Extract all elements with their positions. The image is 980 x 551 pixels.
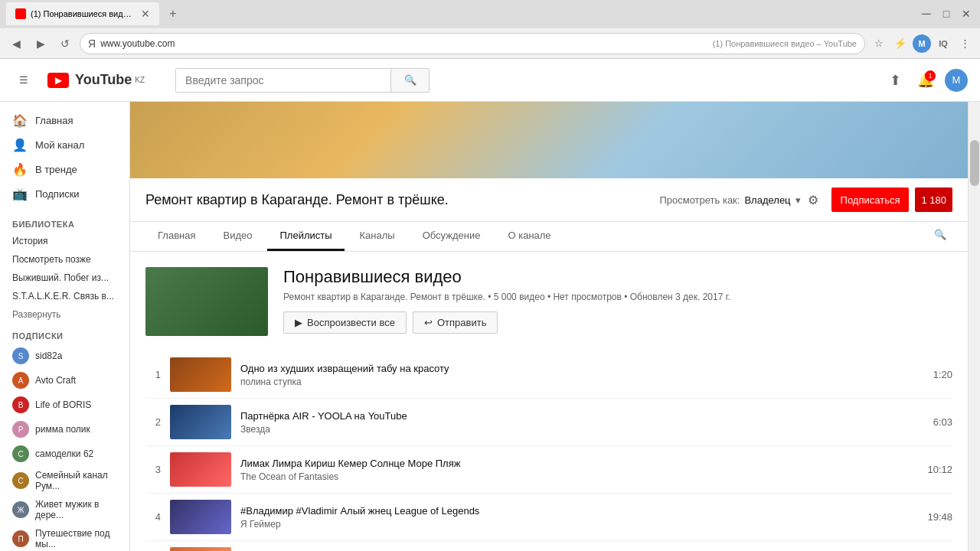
tab-discussion[interactable]: Обсуждение	[410, 222, 493, 251]
browser-actions: ☆ ⚡ М IQ ⋮	[870, 34, 974, 53]
tab-home[interactable]: Главная	[145, 222, 207, 251]
sidebar-item-subscriptions[interactable]: 📺 Подписки	[0, 181, 129, 206]
iq-button[interactable]: IQ	[934, 34, 952, 53]
url-text: www.youtube.com	[100, 38, 705, 49]
video-number: 1	[145, 369, 161, 380]
sidebar-playlist-2-label: S.T.A.L.K.E.R. Связь в...	[12, 291, 114, 302]
close-button[interactable]: ✕	[959, 6, 974, 21]
sidebar-sub-samod[interactable]: С самоделки 62	[0, 442, 129, 466]
sidebar-sub-semey[interactable]: С Семейный канал Рум...	[0, 466, 129, 495]
table-row[interactable]: 5 ЛЕГО СИТИ ИГРА КАК МУЛЬТИК Lego City М…	[145, 541, 952, 551]
thumb-image	[170, 547, 231, 551]
channel-title: Ремонт квартир в Карагандe. Ремонт в трё…	[145, 192, 659, 208]
scrollbar-area[interactable]	[968, 102, 980, 551]
playlist-header: Понравившиеся видео Ремонт квартир в Кар…	[130, 252, 968, 351]
sidebar-trending-label: В тренде	[35, 164, 77, 175]
yt-logo-icon	[47, 73, 69, 88]
tab-favicon	[15, 8, 26, 19]
label-zhivet: Живет мужик в дере...	[35, 499, 117, 520]
subscriber-count: 1 180	[915, 187, 952, 212]
browser-profile-button[interactable]: М	[913, 34, 931, 53]
minimize-button[interactable]: ─	[919, 6, 934, 21]
table-row[interactable]: 1 Одно из худших извращений табу на крас…	[145, 351, 952, 399]
tab-playlists[interactable]: Плейлисты	[267, 222, 344, 251]
table-row[interactable]: 3 Лимак Лимра Кириш Кемер Солнце Море Пл…	[145, 446, 952, 494]
video-channel: Звезда	[240, 424, 924, 435]
browser-menu-button[interactable]: ⋮	[956, 34, 974, 53]
sidebar-item-playlist-2[interactable]: S.T.A.L.K.E.R. Связь в...	[0, 287, 129, 305]
view-as-chevron[interactable]: ▾	[795, 194, 801, 206]
video-title: #Владимир #Vladimir Алый жнец League of …	[240, 505, 918, 517]
channel-banner	[130, 102, 968, 178]
sidebar-item-my-channel[interactable]: 👤 Мой канал	[0, 132, 129, 157]
sidebar-item-home[interactable]: 🏠 Главная	[0, 108, 129, 132]
thumb-image	[170, 452, 231, 487]
search-input[interactable]	[176, 69, 390, 92]
sidebar-subs-label: Подписки	[35, 188, 80, 200]
avatar-putes: П	[12, 530, 29, 547]
forward-button[interactable]: ▶	[31, 34, 51, 54]
scrollbar-thumb[interactable]	[970, 140, 979, 186]
user-avatar[interactable]: М	[945, 69, 968, 92]
channel-settings-button[interactable]: ⚙	[801, 187, 825, 212]
video-duration: 19:48	[927, 511, 952, 523]
thumb-image	[170, 357, 231, 392]
video-title: Партнёрка AIR - YOOLA на YouTube	[240, 410, 924, 422]
sidebar-expand-button[interactable]: Развернуть	[0, 305, 129, 324]
video-title: Лимак Лимра Кириш Кемер Солнце Море Пляж	[240, 458, 918, 469]
active-tab[interactable]: (1) Понравившиеся виде... ✕	[6, 2, 159, 25]
notifications-button[interactable]: 🔔 1	[914, 69, 937, 92]
sidebar-item-watch-later[interactable]: Посмотреть позже	[0, 250, 129, 269]
yt-sidebar: 🏠 Главная 👤 Мой канал 🔥 В тренде 📺 Подпи…	[0, 102, 130, 551]
maximize-button[interactable]: □	[939, 6, 954, 21]
sidebar-item-history[interactable]: История	[0, 232, 129, 250]
channel-search-button[interactable]: 🔍	[928, 222, 952, 246]
sidebar-sub-rimma[interactable]: Р римма полик	[0, 417, 129, 442]
label-avto: Avto Craft	[35, 375, 76, 386]
notif-badge: 1	[925, 70, 936, 81]
yandex-logo: Я	[88, 37, 96, 50]
tab-videos[interactable]: Видео	[211, 222, 264, 251]
extensions-icon[interactable]: ⚡	[891, 34, 910, 53]
play-all-button[interactable]: ▶ Воспроизвести все	[283, 311, 407, 334]
subscriptions-icon: 📺	[12, 186, 28, 201]
sidebar-sub-sid82a[interactable]: S sid82a	[0, 344, 129, 368]
sidebar-sub-putes[interactable]: П Путешествие под мы...	[0, 524, 129, 551]
view-as-selector: Просмотреть как: Владелец ▾	[659, 194, 800, 206]
search-button[interactable]: 🔍	[390, 69, 429, 92]
yt-logo[interactable]: YouTubeKZ	[47, 72, 145, 88]
share-button[interactable]: ↩ Отправить	[413, 311, 498, 334]
reload-button[interactable]: ↺	[55, 34, 75, 54]
trending-icon: 🔥	[12, 161, 28, 177]
label-sid82a: sid82a	[35, 350, 62, 361]
subscribe-button[interactable]: Подписаться	[831, 187, 910, 212]
sidebar-item-trending[interactable]: 🔥 В тренде	[0, 157, 129, 181]
view-as-value[interactable]: Владелец	[744, 194, 790, 206]
address-bar[interactable]: Я www.youtube.com (1) Понравившиеся виде…	[80, 33, 865, 54]
sidebar-sub-boris[interactable]: B Life of BORIS	[0, 393, 129, 417]
tab-close-button[interactable]: ✕	[141, 8, 150, 20]
upload-button[interactable]: ⬆	[884, 69, 906, 92]
tab-about[interactable]: О канале	[495, 222, 563, 251]
tab-channels[interactable]: Каналы	[348, 222, 407, 251]
back-button[interactable]: ◀	[6, 34, 26, 54]
sidebar-sub-zhivet[interactable]: Ж Живет мужик в дере...	[0, 495, 129, 524]
page-title-in-bar: (1) Понравившиеся видео – YouTube	[713, 39, 857, 48]
sidebar-item-playlist-1[interactable]: Выживший. Побег из...	[0, 269, 129, 287]
sidebar-home-label: Главная	[35, 115, 73, 126]
video-list: 1 Одно из худших извращений табу на крас…	[130, 351, 968, 551]
playlist-thumb-image	[145, 267, 268, 336]
hamburger-menu-button[interactable]: ☰	[12, 69, 35, 92]
new-tab-button[interactable]: +	[162, 3, 184, 24]
sidebar-nav: 🏠 Главная 👤 Мой канал 🔥 В тренде 📺 Подпи…	[0, 102, 129, 212]
table-row[interactable]: 4 #Владимир #Vladimir Алый жнец League o…	[145, 494, 952, 541]
video-info: Одно из худших извращений табу на красот…	[240, 363, 924, 387]
subs-section-title: ПОДПИСКИ	[0, 324, 129, 344]
bookmark-icon[interactable]: ☆	[870, 34, 888, 53]
table-row[interactable]: 2 Партнёрка AIR - YOOLA на YouTube Звезд…	[145, 399, 952, 446]
sidebar-sub-avto[interactable]: A Avto Craft	[0, 368, 129, 393]
video-number: 4	[145, 511, 161, 523]
playlist-actions: ▶ Воспроизвести все ↩ Отправить	[283, 311, 952, 334]
avatar-boris: B	[12, 396, 29, 413]
label-boris: Life of BORIS	[35, 399, 91, 410]
